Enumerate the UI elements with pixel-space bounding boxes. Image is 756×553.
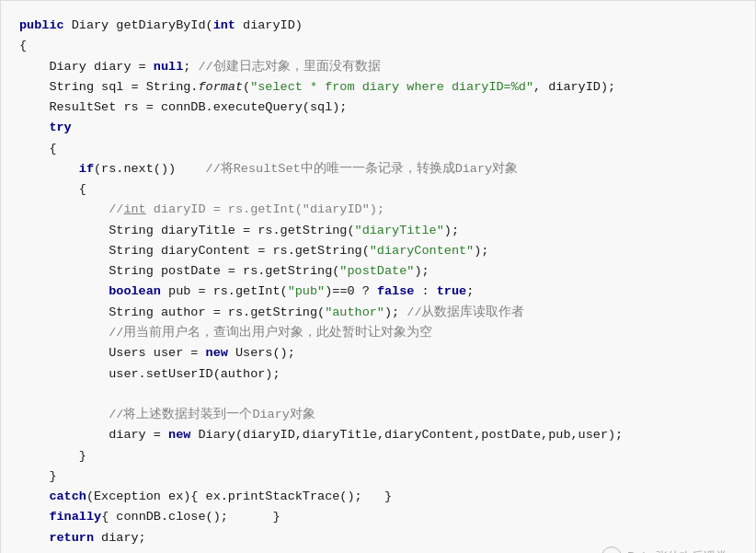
code-block: public Diary getDiaryById(int diaryID) {… [19, 16, 737, 553]
watermark: ☺ Dobe张的欢乐课堂 [601, 547, 727, 553]
watermark-icon: ☺ [601, 547, 622, 553]
watermark-text: Dobe张的欢乐课堂 [627, 547, 727, 553]
code-container: public Diary getDiaryById(int diaryID) {… [0, 0, 756, 553]
